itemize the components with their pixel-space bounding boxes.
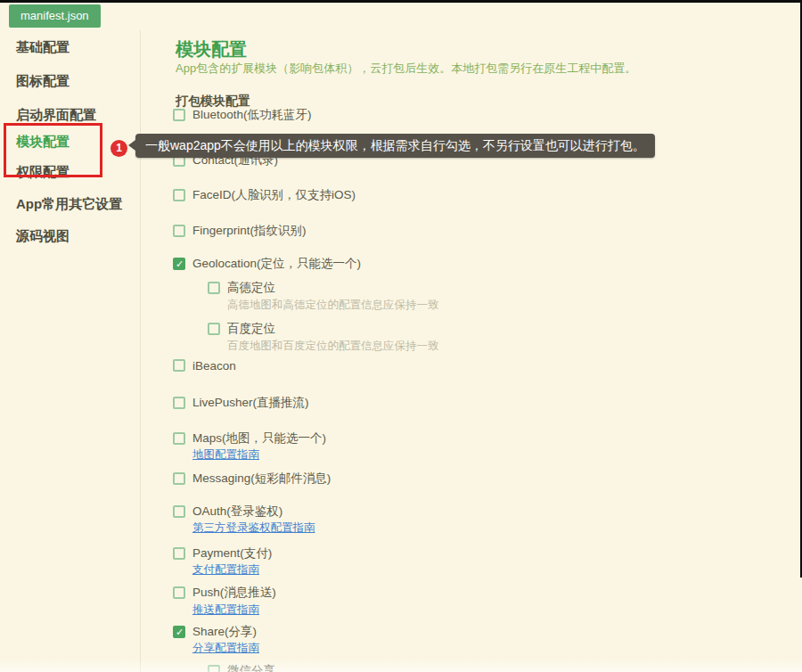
payment-checkbox[interactable] (173, 547, 185, 560)
module-label: Geolocation(定位，只能选一个) (192, 256, 361, 272)
module-label: Bluetooth(低功耗蓝牙) (192, 107, 312, 123)
module-row-weixin-share: 微信分享 (208, 664, 275, 672)
window-top-edge (0, 0, 802, 3)
gaode-checkbox[interactable] (208, 282, 220, 294)
oauth-checkbox[interactable] (173, 505, 185, 518)
bottom-fade (0, 658, 802, 672)
weixin-share-checkbox[interactable] (208, 665, 220, 672)
maps-checkbox[interactable] (173, 432, 185, 445)
module-row-maps: Maps(地图，只能选一个) (173, 431, 326, 446)
module-row-baidu: 百度定位 (208, 322, 275, 336)
module-row-payment: Payment(支付) (173, 546, 272, 561)
tab-manifest-json[interactable]: manifest.json (9, 4, 101, 28)
annotation-badge: 1 (110, 140, 127, 157)
module-label: Push(消息推送) (192, 585, 276, 601)
module-label: Maps(地图，只能选一个) (192, 430, 326, 447)
tooltip-text: 一般wap2app不会使用以上的模块权限，根据需求自行勾选，不另行设置也可以进行… (145, 138, 645, 152)
module-row-oauth: OAuth(登录鉴权) (173, 504, 282, 519)
oauth-config-link[interactable]: 第三方登录鉴权配置指南 (192, 520, 315, 536)
sidebar-item-icon[interactable]: 图标配置 (16, 73, 70, 90)
module-label: LivePusher(直播推流) (192, 395, 309, 411)
sidebar-item-basic[interactable]: 基础配置 (16, 39, 70, 56)
module-row-push: Push(消息推送) (173, 586, 276, 600)
ibeacon-checkbox[interactable] (173, 359, 185, 372)
baidu-note: 百度地图和百度定位的配置信息应保持一致 (227, 339, 439, 354)
sidebar-item-source-view[interactable]: 源码视图 (16, 228, 70, 245)
module-label: OAuth(登录鉴权) (192, 504, 282, 520)
faceid-checkbox[interactable] (173, 189, 185, 201)
livepusher-checkbox[interactable] (173, 397, 185, 409)
page-subtitle: App包含的扩展模块（影响包体积），云打包后生效。本地打包需另行在原生工程中配置… (176, 61, 636, 77)
module-label: Payment(支付) (192, 545, 272, 561)
module-row-geolocation: Geolocation(定位，只能选一个) (173, 257, 361, 271)
sidebar-item-modules[interactable]: 模块配置 (16, 134, 70, 151)
share-config-link[interactable]: 分享配置指南 (192, 641, 259, 656)
module-label: 百度定位 (227, 321, 275, 337)
annotation-tooltip: 一般wap2app不会使用以上的模块权限，根据需求自行勾选，不另行设置也可以进行… (135, 134, 655, 158)
module-label: 微信分享 (227, 663, 275, 672)
sidebar-item-app-other[interactable]: App常用其它设置 (16, 196, 122, 213)
module-label: iBeacon (192, 359, 236, 373)
push-config-link[interactable]: 推送配置指南 (192, 602, 259, 618)
tooltip-arrow-icon (128, 140, 135, 151)
module-row-messaging: Messaging(短彩邮件消息) (173, 471, 331, 486)
module-row-faceid: FaceID(人脸识别，仅支持iOS) (173, 188, 356, 202)
module-label: 高德定位 (227, 280, 275, 296)
fingerprint-checkbox[interactable] (173, 225, 185, 237)
sidebar-divider (140, 30, 141, 672)
bluetooth-checkbox[interactable] (173, 109, 185, 121)
sidebar-item-permissions[interactable]: 权限配置 (16, 164, 70, 181)
module-label: Fingerprint(指纹识别) (192, 223, 307, 239)
sidebar-item-splash[interactable]: 启动界面配置 (16, 107, 96, 124)
module-label: Share(分享) (192, 624, 257, 640)
page-title: 模块配置 (176, 37, 247, 61)
module-row-livepusher: LivePusher(直播推流) (173, 396, 309, 410)
module-label: Messaging(短彩邮件消息) (192, 471, 331, 487)
module-row-gaode: 高德定位 (208, 281, 275, 295)
push-checkbox[interactable] (173, 586, 185, 599)
messaging-checkbox[interactable] (173, 472, 185, 485)
maps-config-link[interactable]: 地图配置指南 (192, 447, 259, 463)
payment-config-link[interactable]: 支付配置指南 (192, 562, 259, 578)
module-row-share: Share(分享) (173, 625, 257, 639)
share-checkbox-checked[interactable] (173, 626, 185, 638)
module-row-fingerprint: Fingerprint(指纹识别) (173, 224, 307, 238)
gaode-note: 高德地图和高德定位的配置信息应保持一致 (227, 298, 439, 313)
geolocation-checkbox-checked[interactable] (173, 258, 185, 270)
module-row-bluetooth: Bluetooth(低功耗蓝牙) (173, 108, 312, 122)
module-label: FaceID(人脸识别，仅支持iOS) (192, 187, 356, 203)
module-row-ibeacon: iBeacon (173, 358, 236, 373)
baidu-checkbox[interactable] (208, 323, 220, 335)
